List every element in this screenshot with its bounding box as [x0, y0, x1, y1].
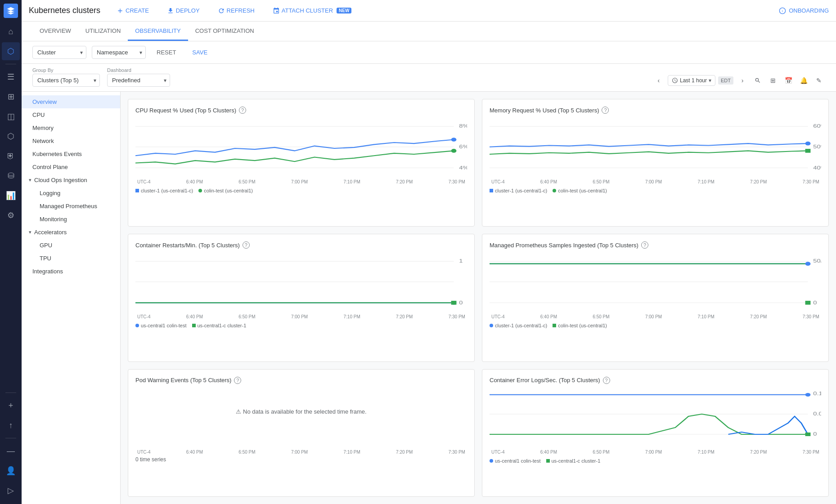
legend-restarts-uscentral: us-central1 colin-test — [135, 323, 187, 328]
sidenav-managed-prometheus[interactable]: Managed Prometheus — [22, 200, 120, 213]
sidenav-memory[interactable]: Memory — [22, 121, 120, 134]
cluster-select[interactable]: Cluster — [32, 46, 86, 59]
sidenav-gpu[interactable]: GPU — [22, 239, 120, 252]
svg-text:0.1/s: 0.1/s — [813, 391, 821, 396]
nav-icon-upload[interactable]: ↑ — [2, 416, 20, 434]
svg-text:1: 1 — [459, 259, 463, 264]
tab-overview[interactable]: OVERVIEW — [32, 22, 78, 41]
svg-text:0: 0 — [459, 300, 463, 306]
nav-icon-settings[interactable]: ⚙ — [2, 206, 20, 224]
nav-icon-user[interactable]: 👤 — [2, 462, 20, 480]
svg-text:50/s: 50/s — [813, 259, 821, 264]
edit-button[interactable]: ✎ — [813, 74, 825, 87]
legend-prom-colin: colin-test (us-central1) — [553, 323, 607, 328]
dashboard-label: Dashboard — [107, 67, 170, 73]
memory-legend: cluster-1 (us-central1-c) colin-test (us… — [490, 188, 821, 193]
svg-text:i: i — [782, 9, 783, 13]
sidenav-kubernetes-events[interactable]: Kubernetes Events — [22, 147, 120, 161]
legend-error-sq — [546, 459, 550, 463]
cpu-chart-area: 8% 6% 4% — [135, 119, 467, 178]
pod-warning-chart-area: ⚠ No data is available for the selected … — [135, 389, 467, 448]
chart-container-restarts: Container Restarts/Min. (Top 5 Clusters)… — [128, 234, 475, 361]
nav-icon-add[interactable]: + — [2, 397, 20, 415]
sidenav-cpu[interactable]: CPU — [22, 108, 120, 121]
svg-point-16 — [805, 142, 811, 146]
legend-prom-sq — [553, 324, 556, 327]
dashboard-wrapper: Dashboard Predefined ▾ — [107, 67, 170, 87]
chart-memory-title: Memory Request % Used (Top 5 Clusters) ? — [490, 107, 821, 114]
sidenav-logging[interactable]: Logging — [22, 187, 120, 200]
alert-button[interactable]: 🔔 — [797, 74, 810, 87]
restarts-help-icon[interactable]: ? — [243, 241, 250, 249]
cpu-help-icon[interactable]: ? — [239, 107, 246, 114]
next-button[interactable]: › — [736, 74, 749, 87]
search-button[interactable] — [751, 74, 764, 87]
legend-restarts-dot — [135, 324, 139, 327]
group-by-select[interactable]: Clusters (Top 5) — [32, 74, 100, 87]
app-logo[interactable] — [4, 4, 18, 18]
refresh-button[interactable]: REFRESH — [212, 4, 260, 17]
error-logs-chart-area: 0.1/s 0.05/s 0 — [490, 389, 821, 448]
nav-icon-shield[interactable]: ⛨ — [2, 147, 20, 165]
error-logs-help-icon[interactable]: ? — [603, 377, 610, 384]
sidenav-monitoring[interactable]: Monitoring — [22, 213, 120, 226]
legend-cluster1: cluster-1 (us-central1-c) — [135, 188, 193, 193]
legend-error-dot — [490, 459, 493, 463]
svg-rect-24 — [451, 301, 457, 305]
calendar-button[interactable]: 📅 — [782, 74, 795, 87]
sidenav-cloud-ops-ingestion[interactable]: ▾ Cloud Ops Ingestion — [22, 174, 120, 187]
prom-chart-area: 50/s 0 — [490, 254, 821, 312]
pod-warning-x-labels: UTC-46:40 PM6:50 PM7:00 PM7:10 PM7:20 PM… — [135, 450, 467, 455]
nav-icon-menu[interactable]: ☰ — [2, 68, 20, 86]
legend-restarts-cluster1: us-central1-c cluster-1 — [192, 323, 247, 328]
svg-rect-31 — [805, 301, 811, 305]
tab-observability[interactable]: OBSERVABILITY — [128, 22, 188, 41]
svg-text:0.05/s: 0.05/s — [813, 411, 821, 416]
onboarding-button[interactable]: i ONBOARDING — [779, 7, 829, 14]
memory-chart-area: 60% 50% 40% — [490, 119, 821, 178]
pod-warning-help-icon[interactable]: ? — [234, 377, 241, 384]
nav-icon-grid[interactable]: ⊞ — [2, 88, 20, 106]
time-range-selector[interactable]: Last 1 hour ▾ — [668, 75, 715, 86]
memory-help-icon[interactable]: ? — [602, 107, 609, 114]
tab-utilization[interactable]: UTILIZATION — [78, 22, 128, 41]
nav-icon-arrow-right[interactable]: ▷ — [2, 482, 20, 500]
sidenav-overview[interactable]: Overview — [22, 95, 120, 108]
page-title: Kubernetes clusters — [29, 6, 100, 15]
create-button[interactable]: CREATE — [111, 4, 154, 17]
chart-cpu-request: CPU Request % Used (Top 5 Clusters) ? — [128, 99, 475, 227]
nav-icon-layers[interactable]: ◫ — [2, 107, 20, 125]
nav-icon-storage[interactable]: ⛁ — [2, 167, 20, 185]
save-button[interactable]: SAVE — [187, 46, 213, 58]
sidenav-tpu[interactable]: TPU — [22, 252, 120, 265]
sidenav-network[interactable]: Network — [22, 134, 120, 147]
attach-cluster-button[interactable]: ATTACH CLUSTER NEW — [267, 4, 357, 17]
prev-button[interactable]: ‹ — [652, 74, 665, 87]
tab-cost-optimization[interactable]: COST OPTIMIZATION — [188, 22, 261, 41]
svg-text:40%: 40% — [813, 165, 821, 171]
reset-button[interactable]: RESET — [151, 46, 181, 58]
legend-mem-cluster1: cluster-1 (us-central1-c) — [490, 188, 547, 193]
no-data-message: ⚠ No data is available for the selected … — [135, 389, 467, 434]
sidenav-integrations[interactable]: Integrations — [22, 265, 120, 278]
legend-error-uscentral1: us-central1 colin-test — [490, 458, 541, 464]
dashboard-select[interactable]: Predefined — [107, 74, 170, 87]
nav-icon-cluster[interactable]: ⬡ — [2, 42, 20, 60]
nav-icon-network[interactable]: ⬡ — [2, 127, 20, 145]
new-badge: NEW — [337, 8, 351, 13]
chart-pod-warning-title: Pod Warning Events (Top 5 Clusters) ? — [135, 377, 467, 384]
nav-icon-chart[interactable]: 📊 — [2, 187, 20, 205]
namespace-select[interactable]: Namespace — [92, 46, 146, 59]
svg-text:50%: 50% — [813, 144, 821, 150]
chart-pod-warning: Pod Warning Events (Top 5 Clusters) ? ⚠ … — [128, 369, 475, 497]
group-by-label: Group By — [32, 67, 100, 73]
nav-icon-minus[interactable]: — — [2, 442, 20, 460]
nav-icon-home[interactable]: ⌂ — [2, 22, 20, 40]
sidenav-control-plane[interactable]: Control Plane — [22, 161, 120, 174]
prom-help-icon[interactable]: ? — [641, 241, 648, 249]
error-logs-legend: us-central1 colin-test us-central1-c clu… — [490, 458, 821, 464]
deploy-button[interactable]: DEPLOY — [162, 4, 205, 17]
sidenav-accelerators[interactable]: ▾ Accelerators — [22, 226, 120, 239]
memory-x-labels: UTC-46:40 PM6:50 PM7:00 PM7:10 PM7:20 PM… — [490, 179, 821, 184]
compare-button[interactable]: ⊞ — [767, 74, 779, 87]
